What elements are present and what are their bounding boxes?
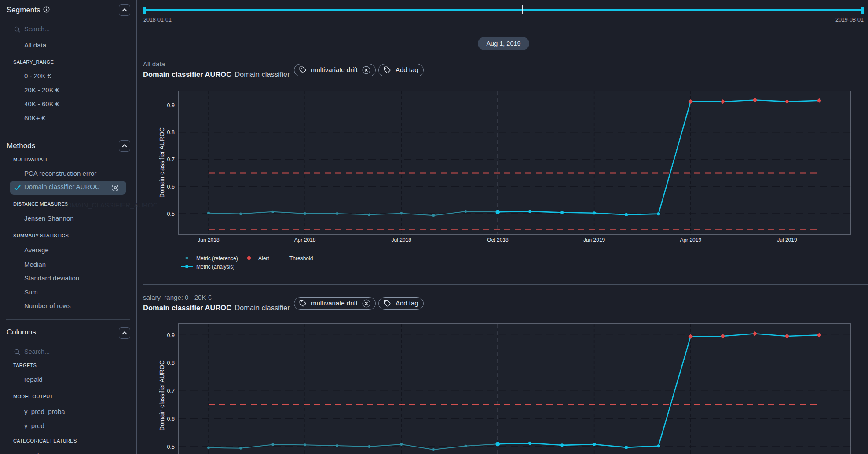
svg-text:Metric (analysis): Metric (analysis) xyxy=(196,264,234,270)
svg-text:0.8: 0.8 xyxy=(167,129,175,135)
svg-text:Apr 2018: Apr 2018 xyxy=(294,237,316,243)
svg-text:0.9: 0.9 xyxy=(167,332,175,338)
svg-text:Oct 2018: Oct 2018 xyxy=(487,237,509,243)
svg-text:Threshold: Threshold xyxy=(289,255,313,262)
svg-text:Domain classifier AUROC: Domain classifier AUROC xyxy=(158,127,165,198)
svg-text:0.7: 0.7 xyxy=(167,156,175,163)
svg-text:0.5: 0.5 xyxy=(167,444,175,450)
svg-text:0.9: 0.9 xyxy=(167,102,175,109)
svg-text:Apr 2019: Apr 2019 xyxy=(680,237,701,243)
svg-text:0.8: 0.8 xyxy=(167,360,175,366)
svg-text:Jul 2018: Jul 2018 xyxy=(392,237,412,243)
svg-text:0.7: 0.7 xyxy=(167,388,175,394)
svg-text:0.6: 0.6 xyxy=(167,184,175,190)
svg-text:0.5: 0.5 xyxy=(167,211,175,217)
svg-text:Domain classifier AUROC: Domain classifier AUROC xyxy=(158,360,165,431)
svg-text:Jul 2019: Jul 2019 xyxy=(777,237,797,243)
svg-text:Jan 2018: Jan 2018 xyxy=(198,237,220,243)
svg-text:0.6: 0.6 xyxy=(167,416,175,422)
svg-text:Alert: Alert xyxy=(258,255,269,262)
svg-text:Metric (reference): Metric (reference) xyxy=(196,255,238,262)
svg-text:Jan 2019: Jan 2019 xyxy=(583,237,605,243)
